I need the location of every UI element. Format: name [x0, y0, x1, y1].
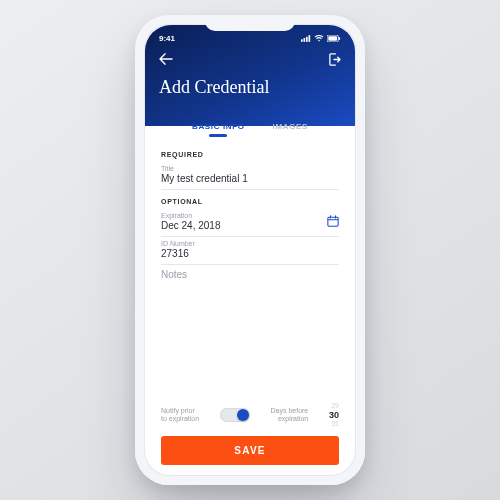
app-header: 9:41 Add Credential	[145, 25, 355, 126]
expiration-label: Expiration	[161, 212, 339, 219]
id-number-value: 27316	[161, 248, 339, 259]
exit-button[interactable]	[328, 53, 341, 66]
title-value: My test credential 1	[161, 173, 339, 184]
device-notch	[205, 15, 295, 31]
section-optional: OPTIONAL	[161, 198, 339, 205]
svg-rect-3	[309, 35, 311, 42]
status-time: 9:41	[159, 34, 175, 43]
days-before-label: Days before expiration	[271, 407, 309, 423]
calendar-icon[interactable]	[327, 215, 339, 227]
notify-toggle[interactable]	[220, 408, 250, 422]
wifi-icon	[314, 35, 324, 42]
tab-images[interactable]: IMAGES	[273, 122, 308, 131]
expiration-field[interactable]: Expiration Dec 24, 2018	[161, 209, 339, 237]
title-label: Title	[161, 165, 339, 172]
svg-rect-6	[339, 37, 340, 40]
notify-label: Notify prior to expiration	[161, 407, 199, 423]
id-number-label: ID Number	[161, 240, 339, 247]
title-field[interactable]: Title My test credential 1	[161, 162, 339, 190]
phone-frame: 9:41 Add Credential BA	[135, 15, 365, 485]
svg-rect-7	[328, 217, 338, 226]
battery-icon	[327, 35, 341, 42]
signal-icon	[301, 35, 311, 42]
id-number-field[interactable]: ID Number 27316	[161, 237, 339, 265]
tab-basic-info[interactable]: BASIC INFO	[192, 122, 245, 131]
svg-rect-1	[304, 38, 306, 42]
notify-row: Notify prior to expiration Days before e…	[145, 396, 355, 430]
save-button[interactable]: SAVE	[161, 436, 339, 465]
screen: 9:41 Add Credential BA	[145, 25, 355, 475]
svg-rect-2	[306, 36, 308, 41]
status-indicators	[301, 35, 341, 42]
toggle-knob	[237, 409, 249, 421]
arrow-left-icon	[159, 53, 173, 65]
back-button[interactable]	[159, 53, 173, 65]
form: REQUIRED Title My test credential 1 OPTI…	[145, 137, 355, 396]
expiration-value: Dec 24, 2018	[161, 220, 339, 231]
exit-icon	[328, 53, 341, 66]
section-required: REQUIRED	[161, 151, 339, 158]
status-bar: 9:41	[159, 31, 341, 45]
content-card: BASIC INFO IMAGES REQUIRED Title My test…	[145, 112, 355, 475]
notes-placeholder: Notes	[161, 269, 339, 280]
svg-rect-0	[301, 39, 303, 42]
days-picker[interactable]: 29 30 31	[329, 402, 339, 428]
svg-rect-5	[328, 36, 337, 40]
notes-field[interactable]: Notes	[161, 265, 339, 285]
page-title: Add Credential	[159, 77, 341, 98]
